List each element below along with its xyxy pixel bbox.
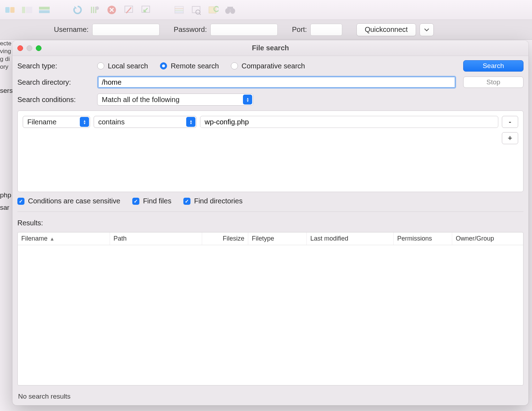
results-header: Filename ▲ Path Filesize Filetype Last m… [18, 232, 523, 245]
checkbox-label: Find directories [194, 197, 243, 205]
col-filename[interactable]: Filename ▲ [18, 232, 110, 245]
radio-comparative-search[interactable]: Comparative search [231, 62, 305, 70]
site-manager-icon[interactable] [3, 4, 18, 16]
port-input[interactable] [310, 24, 342, 36]
checkbox-icon: ✓ [17, 198, 24, 205]
dialog-titlebar: File search [12, 40, 528, 56]
col-owner-group[interactable]: Owner/Group [452, 232, 523, 245]
svg-rect-17 [209, 7, 216, 13]
checkbox-icon: ✓ [183, 198, 190, 205]
svg-rect-0 [5, 7, 10, 13]
file-search-dialog: File search Search type: Local search Re… [12, 40, 528, 405]
stepper-icon [186, 117, 195, 127]
svg-rect-4 [39, 7, 50, 10]
radio-icon [160, 62, 167, 69]
svg-rect-8 [125, 6, 133, 12]
col-last-modified[interactable]: Last modified [307, 232, 394, 245]
quickconnect-history-button[interactable] [420, 23, 434, 36]
search-button[interactable]: Search [463, 60, 523, 72]
case-sensitive-checkbox[interactable]: ✓ Conditions are case sensitive [17, 197, 120, 205]
stepper-icon [243, 95, 252, 105]
options-row: ✓ Conditions are case sensitive ✓ Find f… [17, 197, 523, 205]
radio-icon [231, 62, 238, 69]
add-condition-button[interactable]: + [502, 132, 518, 144]
search-type-group: Local search Remote search Comparative s… [97, 62, 456, 70]
col-path[interactable]: Path [110, 232, 202, 245]
reconnect-icon[interactable] [138, 4, 153, 16]
svg-point-6 [95, 6, 99, 10]
search-directory-label: Search directory: [17, 78, 90, 86]
match-mode-value: Match all of the following [102, 96, 179, 104]
results-label: Results: [17, 219, 523, 227]
binoculars-icon[interactable] [223, 4, 238, 16]
radio-local-search[interactable]: Local search [97, 62, 148, 70]
search-directory-input[interactable] [97, 76, 456, 89]
remove-condition-button[interactable]: - [502, 116, 518, 128]
search-conditions-label: Search conditions: [17, 96, 90, 104]
username-input[interactable] [92, 24, 160, 36]
checkbox-icon: ✓ [132, 198, 139, 205]
condition-op-value: contains [98, 118, 125, 126]
refresh-icon[interactable] [70, 4, 85, 16]
condition-field-select[interactable]: Filename [23, 116, 90, 128]
password-input[interactable] [210, 24, 278, 36]
col-filesize[interactable]: Filesize [202, 232, 248, 245]
svg-rect-1 [10, 7, 15, 13]
compare-icon[interactable] [206, 4, 221, 16]
svg-rect-10 [175, 6, 183, 13]
checkbox-label: Find files [143, 197, 171, 205]
password-label: Password: [174, 26, 207, 34]
main-toolbar [0, 0, 532, 20]
radio-remote-search[interactable]: Remote search [160, 62, 219, 70]
cancel-icon[interactable] [104, 4, 119, 16]
conditions-container: Filename contains - + [17, 111, 523, 192]
toggle-local-tree-icon[interactable] [20, 4, 35, 16]
condition-field-value: Filename [27, 118, 56, 126]
svg-rect-20 [227, 7, 233, 10]
stepper-icon [80, 117, 89, 127]
condition-value-input[interactable] [200, 116, 498, 128]
dialog-title: File search [12, 44, 528, 52]
results-table: Filename ▲ Path Filesize Filetype Last m… [17, 232, 523, 385]
username-label: Username: [54, 26, 89, 34]
svg-rect-5 [39, 10, 50, 13]
svg-rect-3 [26, 7, 32, 13]
checkbox-label: Conditions are case sensitive [28, 197, 120, 205]
search-type-label: Search type: [17, 62, 90, 70]
sort-asc-icon: ▲ [50, 236, 55, 242]
find-directories-checkbox[interactable]: ✓ Find directories [183, 197, 243, 205]
separator [17, 212, 523, 212]
svg-line-16 [199, 13, 201, 15]
col-filetype[interactable]: Filetype [248, 232, 307, 245]
toggle-remote-tree-icon[interactable] [37, 4, 52, 16]
process-queue-icon[interactable] [87, 4, 102, 16]
disconnect-icon[interactable] [121, 4, 136, 16]
status-bar: No search results [17, 390, 523, 401]
condition-op-select[interactable]: contains [94, 116, 196, 128]
radio-label: Local search [108, 62, 148, 70]
bg-text-fragment: sers [0, 87, 13, 95]
col-permissions[interactable]: Permissions [394, 232, 452, 245]
stop-button: Stop [463, 77, 523, 88]
match-mode-select[interactable]: Match all of the following [97, 94, 253, 106]
svg-rect-2 [22, 7, 25, 13]
bg-text-fragment: sar [0, 204, 9, 212]
port-label: Port: [292, 26, 307, 34]
radio-label: Comparative search [242, 62, 305, 70]
filter-icon[interactable] [189, 4, 204, 16]
bg-text-fragment: php [0, 191, 11, 199]
radio-label: Remote search [171, 62, 219, 70]
quickconnect-button[interactable]: Quickconnect [356, 23, 416, 36]
radio-icon [97, 62, 104, 69]
bg-log-fragment: ecte ving g di ory [0, 40, 13, 71]
quickconnect-bar: Username: Password: Port: Quickconnect [0, 20, 532, 40]
find-files-checkbox[interactable]: ✓ Find files [132, 197, 171, 205]
directory-listing-icon[interactable] [172, 4, 187, 16]
